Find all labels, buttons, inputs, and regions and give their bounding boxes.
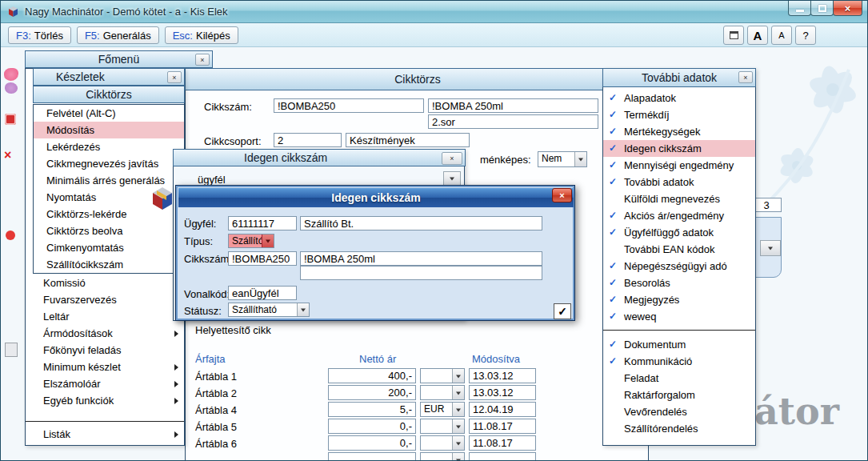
further-item-tovabbi-ean-kodok[interactable]: További EAN kódok xyxy=(603,241,755,258)
price-field[interactable] xyxy=(328,452,416,461)
cikknev2-field[interactable]: 2.sor xyxy=(428,114,598,129)
exit-button[interactable]: Esc: Kilépés xyxy=(165,26,238,44)
generate-button[interactable]: F5: Generálás xyxy=(77,26,159,44)
menu-item-szallitocikkszam[interactable]: Szállítócikkszám xyxy=(34,256,184,273)
ugyfel-label: Ügyfél: xyxy=(184,218,216,230)
menu-item-label: Elszámolóár xyxy=(43,378,101,390)
cikkszam-field[interactable]: !BOMBA250 xyxy=(274,98,424,113)
menu-item-cikktorzs-beolvasas[interactable]: Cikktörzs beolva xyxy=(34,222,184,239)
window-size-button[interactable] xyxy=(723,26,744,45)
keszletek-close-button[interactable]: × xyxy=(167,71,182,83)
cikkcsoport-name-field[interactable]: Készítmények xyxy=(346,133,470,147)
menu-item-fuvarszervezes[interactable]: Fuvarszervezés xyxy=(26,291,184,308)
currency-value: EUR xyxy=(424,403,444,415)
fragment-dropdown[interactable] xyxy=(443,171,461,186)
menu-item-cikkmegnevezes-javitas[interactable]: Cikkmegnevezés javítás xyxy=(34,155,184,172)
font-smaller-button[interactable]: A xyxy=(771,26,792,45)
menu-item-lekerdezes[interactable]: Lekérdezés xyxy=(34,138,184,155)
further-item-mennyisegi-engedmeny[interactable]: ✓Mennyiségi engedmény xyxy=(603,157,755,174)
further-item-label: Besorolás xyxy=(624,277,670,289)
cikknev2-field[interactable] xyxy=(300,266,542,280)
cikkszam-field[interactable]: !BOMBA250 xyxy=(228,251,297,266)
fomenu-close-button[interactable]: × xyxy=(195,54,210,66)
menu-item-minimum-keszlet[interactable]: Minimum készlet xyxy=(26,359,184,375)
further-item-nepegeszsegugyi-ado[interactable]: ✓Népegészségügyi adó xyxy=(603,258,755,275)
further-item-alapadatok[interactable]: ✓Alapadatok xyxy=(603,90,755,106)
menu-item-fokonyvi-feladas[interactable]: Főkönyvi feladás xyxy=(26,342,184,359)
menu-item-leltar[interactable]: Leltár xyxy=(26,308,184,325)
currency-dropdown[interactable] xyxy=(420,452,465,461)
tipus-dropdown[interactable]: Szállító xyxy=(228,234,274,248)
further-item-vevorendeles[interactable]: Vevőrendelés xyxy=(603,403,755,420)
help-button[interactable]: ? xyxy=(795,26,816,45)
date-field[interactable]: 12.04.19 xyxy=(469,402,536,417)
minimize-button[interactable] xyxy=(788,1,811,16)
further-item-mertekegysegek[interactable]: ✓Mértékegységek xyxy=(603,123,755,140)
currency-dropdown[interactable] xyxy=(420,435,465,451)
menu-item-armodositasok[interactable]: Ármódosítások xyxy=(26,325,184,342)
ugyfel-code-field[interactable]: 61111117 xyxy=(228,216,297,230)
maximize-button[interactable] xyxy=(810,1,834,16)
check-icon: ✓ xyxy=(609,176,617,187)
further-item-idegen-cikkszam[interactable]: ✓Idegen cikkszám xyxy=(603,140,755,157)
ugyfel-name-field[interactable]: Szállító Bt. xyxy=(300,216,542,230)
menu-item-felvetel[interactable]: Felvétel (Alt-C) xyxy=(34,105,184,122)
tovabbi-adatok-close-button[interactable]: × xyxy=(738,71,753,83)
date-field[interactable] xyxy=(469,452,536,461)
menu-item-komissio[interactable]: Komissió xyxy=(26,275,184,291)
price-field[interactable]: 0,- xyxy=(328,419,416,434)
dialog-close-button[interactable]: × xyxy=(552,188,572,202)
close-button[interactable]: × xyxy=(833,1,862,16)
further-item-megjegyzes[interactable]: ✓Megjegyzés xyxy=(603,291,755,308)
cikknev-field[interactable]: !BOMBA 250ml xyxy=(300,251,542,266)
idegen-window-close-button[interactable]: × xyxy=(442,152,462,165)
further-item-weweq[interactable]: ✓weweq xyxy=(603,308,755,325)
fragment-dropdown[interactable] xyxy=(760,240,781,256)
menu-item-label: Egyéb funkciók xyxy=(43,395,114,407)
date-field[interactable]: 11.08.17 xyxy=(469,419,536,434)
delete-button[interactable]: F3: Törlés xyxy=(8,26,71,44)
cikkcsoport-code-field[interactable]: 2 xyxy=(274,133,342,147)
price-field[interactable]: 5,- xyxy=(328,402,416,417)
further-item-besorolas[interactable]: ✓Besorolás xyxy=(603,275,755,291)
further-item-kulfoldi-megnevezes[interactable]: Külföldi megnevezés xyxy=(603,190,755,207)
further-item-termekdij[interactable]: ✓Termékdíj xyxy=(603,106,755,123)
font-larger-button[interactable]: A xyxy=(747,26,768,45)
further-item-kommunikacio[interactable]: ✓Kommunikáció xyxy=(603,353,755,370)
menu-item-label: Minimum készlet xyxy=(43,361,121,373)
date-field[interactable]: 13.03.12 xyxy=(469,385,536,400)
dialog-title-bar: Idegen cikkszám xyxy=(178,188,574,207)
keszletek-menu-panel: Felvétel (Alt-C) Módosítás Lekérdezés Ci… xyxy=(25,68,185,446)
date-field[interactable]: 11.08.17 xyxy=(469,435,536,451)
ok-button[interactable]: ✓ xyxy=(554,303,571,319)
further-item-ugyfelfuggo-adatok[interactable]: ✓Ügyfélfüggő adatok xyxy=(603,224,755,241)
price-row-label: Ártábla 6 xyxy=(195,438,237,450)
submenu-arrow-icon xyxy=(174,364,178,371)
menu-item-egyeb-funkciok[interactable]: Egyéb funkciók xyxy=(26,392,184,409)
menu-item-modositas[interactable]: Módosítás xyxy=(34,122,184,138)
currency-dropdown[interactable]: EUR xyxy=(420,402,465,417)
price-row-label: Ártábla 4 xyxy=(195,404,237,416)
menu-item-elszamoloar[interactable]: Elszámolóár xyxy=(26,375,184,392)
price-field[interactable]: 200,- xyxy=(328,385,416,400)
menkepes-dropdown[interactable]: Nem xyxy=(538,151,587,167)
currency-dropdown[interactable] xyxy=(420,385,465,400)
currency-dropdown[interactable] xyxy=(420,419,465,434)
further-item-dokumentum[interactable]: ✓Dokumentum xyxy=(603,336,755,353)
table-row-clipped xyxy=(186,452,648,461)
menu-item-cimkenyomtatas[interactable]: Cimkenyomtatás xyxy=(34,239,184,256)
menu-item-listak[interactable]: Listák xyxy=(26,426,184,443)
further-item-feladat[interactable]: Feladat xyxy=(603,370,755,387)
date-field[interactable]: 13.03.12 xyxy=(469,368,536,383)
price-field[interactable]: 0,- xyxy=(328,435,416,451)
currency-dropdown[interactable] xyxy=(420,368,465,383)
vonalkod-field[interactable]: eanÜgyfél xyxy=(228,286,297,300)
further-item-szallitorendeles[interactable]: Szállítórendelés xyxy=(603,420,755,437)
further-item-raktarforgalom[interactable]: Raktárforgalom xyxy=(603,387,755,403)
cikknev-field[interactable]: !BOMBA 250ml xyxy=(428,98,598,113)
further-item-tovabbi-adatok[interactable]: ✓További adatok xyxy=(603,174,755,190)
further-item-akcios-ar[interactable]: ✓Akciós ár/engedmény xyxy=(603,207,755,224)
price-field[interactable]: 400,- xyxy=(328,368,416,383)
statusz-dropdown[interactable]: Szállítható xyxy=(228,303,310,317)
menu-item-label: Fuvarszervezés xyxy=(43,294,117,306)
